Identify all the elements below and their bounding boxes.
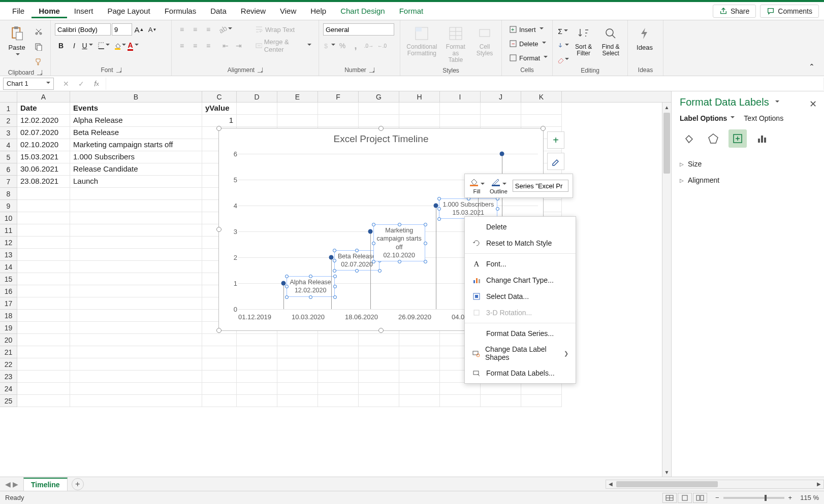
text-options-tab[interactable]: Text Options (744, 114, 783, 122)
column-header-J[interactable]: J (481, 91, 521, 102)
cell[interactable] (521, 115, 562, 127)
cell[interactable] (277, 383, 318, 395)
format-cells-button[interactable]: Format (506, 52, 551, 64)
cell[interactable]: 1.000 Subscribers (70, 151, 202, 163)
cell[interactable]: Beta Release (70, 127, 202, 139)
row-header[interactable]: 2 (0, 115, 17, 127)
find-select-button[interactable]: Find & Select (598, 23, 623, 59)
column-header-F[interactable]: F (318, 91, 359, 102)
add-sheet-button[interactable]: + (72, 478, 84, 490)
cell[interactable] (70, 371, 202, 383)
zoom-slider[interactable] (723, 497, 784, 499)
cell[interactable] (237, 358, 277, 371)
scroll-up-button[interactable]: ▲ (662, 103, 671, 112)
cell[interactable] (237, 383, 277, 395)
context-menu-item[interactable]: Select Data... (465, 288, 576, 305)
vertical-scrollbar[interactable]: ▲ ▼ (662, 103, 671, 477)
ideas-button[interactable]: Ideas (632, 23, 657, 53)
sort-filter-button[interactable]: Sort & Filter (572, 23, 595, 59)
cell[interactable] (17, 395, 70, 407)
cell[interactable]: 02.10.2020 (17, 139, 70, 151)
column-header-I[interactable]: I (440, 91, 481, 102)
cell[interactable] (277, 371, 318, 383)
font-launcher[interactable] (116, 68, 121, 73)
cell[interactable] (70, 285, 202, 297)
chart-elements-button[interactable]: + (547, 131, 564, 149)
normal-view-button[interactable] (662, 493, 677, 503)
cell[interactable] (277, 346, 318, 358)
row-header[interactable]: 4 (0, 139, 17, 151)
cell[interactable]: Events (70, 103, 202, 115)
zoom-percent[interactable]: 115 % (800, 494, 819, 501)
cell[interactable] (481, 115, 521, 127)
cell[interactable] (70, 346, 202, 358)
column-header-B[interactable]: B (70, 91, 202, 102)
cell[interactable] (318, 115, 359, 127)
row-header[interactable]: 25 (0, 395, 17, 407)
zoom-in-button[interactable]: + (788, 494, 793, 501)
cell[interactable] (17, 285, 70, 297)
page-break-view-button[interactable] (693, 493, 707, 503)
cell[interactable] (70, 224, 202, 237)
chart-data-label[interactable]: Marketingcampaign startsoff02.10.2020 (373, 224, 425, 261)
cell[interactable]: Alpha Release (70, 115, 202, 127)
cell[interactable] (521, 383, 562, 395)
cell[interactable] (440, 103, 481, 115)
cell[interactable] (521, 103, 562, 115)
cell[interactable]: 02.07.2020 (17, 127, 70, 139)
column-header-K[interactable]: K (521, 91, 562, 102)
cell[interactable] (17, 310, 70, 322)
number-launcher[interactable] (369, 68, 374, 73)
menu-tab-home[interactable]: Home (31, 4, 67, 18)
cell[interactable] (521, 395, 562, 407)
paste-button[interactable]: Paste (4, 23, 29, 59)
cell[interactable] (17, 334, 70, 346)
cancel-formula-button[interactable]: ✕ (60, 78, 72, 90)
chart-data-label[interactable]: Alpha Release12.02.2020 (287, 276, 335, 297)
cell[interactable] (17, 212, 70, 224)
sheet-nav-prev[interactable]: ◀ (5, 480, 11, 488)
cell[interactable] (70, 273, 202, 285)
chart-data-point[interactable] (281, 281, 286, 286)
cell[interactable] (17, 383, 70, 395)
cell[interactable] (17, 237, 70, 249)
cell[interactable] (359, 358, 399, 371)
italic-button[interactable]: I (68, 40, 80, 52)
column-header-A[interactable]: A (17, 91, 70, 102)
menu-tab-chart-design[interactable]: Chart Design (333, 4, 392, 18)
cell[interactable] (17, 273, 70, 285)
cell[interactable] (399, 115, 440, 127)
menu-tab-help[interactable]: Help (303, 4, 333, 18)
underline-button[interactable]: U (81, 40, 93, 52)
cell[interactable] (70, 383, 202, 395)
cell[interactable] (202, 395, 237, 407)
row-header[interactable]: 13 (0, 249, 17, 261)
cell[interactable] (440, 383, 481, 395)
row-header[interactable]: 10 (0, 212, 17, 224)
cell[interactable] (440, 395, 481, 407)
cell[interactable] (17, 358, 70, 371)
mini-series-select[interactable] (513, 180, 568, 192)
border-button[interactable] (98, 40, 110, 52)
cell[interactable]: 1 (202, 115, 237, 127)
cell[interactable]: Marketing campaign starts off (70, 139, 202, 151)
column-header-D[interactable]: D (237, 91, 277, 102)
mini-fill-button[interactable]: Fill (469, 177, 485, 194)
cell[interactable] (277, 103, 318, 115)
scroll-left-button[interactable]: ◀ (606, 480, 615, 488)
cell[interactable] (359, 115, 399, 127)
cell[interactable]: 15.03.2021 (17, 151, 70, 163)
row-header[interactable]: 18 (0, 310, 17, 322)
row-header[interactable]: 20 (0, 334, 17, 346)
sheet-nav-next[interactable]: ▶ (13, 480, 18, 488)
cell[interactable] (399, 371, 440, 383)
scroll-thumb[interactable] (663, 113, 670, 174)
name-box[interactable]: Chart 1 (3, 78, 54, 90)
cell[interactable] (399, 346, 440, 358)
cell[interactable] (399, 395, 440, 407)
column-header-H[interactable]: H (399, 91, 440, 102)
chart-data-point[interactable] (368, 229, 372, 234)
cell[interactable] (70, 261, 202, 273)
increase-font-button[interactable]: A▲ (133, 23, 145, 36)
hscroll-thumb[interactable] (616, 481, 718, 487)
